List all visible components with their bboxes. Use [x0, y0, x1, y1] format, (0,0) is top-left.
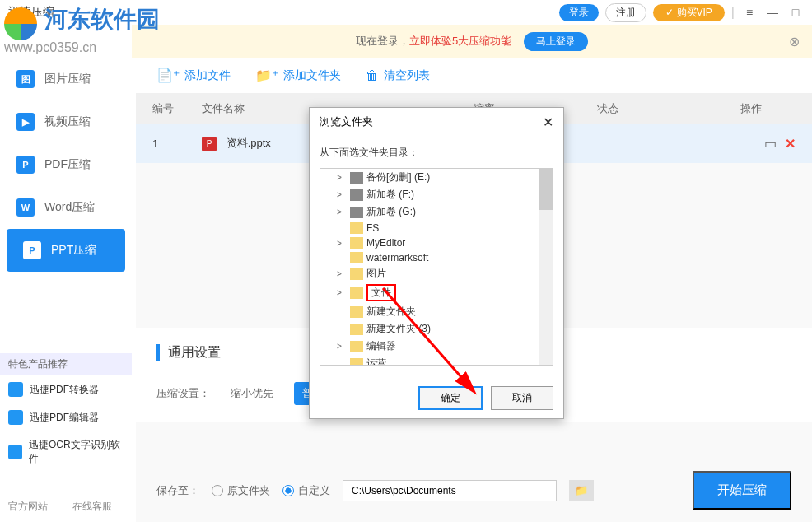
- col-status: 状态: [597, 101, 712, 116]
- online-service-link[interactable]: 在线客服: [72, 500, 112, 514]
- tree-label: 运营: [366, 357, 386, 366]
- app-icon: [8, 410, 23, 425]
- vip-button[interactable]: ✓ 购买VIP: [653, 4, 725, 21]
- official-site-link[interactable]: 官方网站: [8, 500, 48, 514]
- tree-item[interactable]: >文件: [320, 282, 553, 303]
- add-file-button[interactable]: 📄⁺ 添加文件: [156, 68, 231, 83]
- delete-row-button[interactable]: ✕: [785, 136, 796, 151]
- tree-item[interactable]: >图片: [320, 265, 553, 282]
- tree-label: 新加卷 (G:): [366, 205, 416, 219]
- ok-button[interactable]: 确定: [418, 386, 483, 410]
- sidebar-item-label: PPT压缩: [51, 243, 96, 258]
- folder-icon: [350, 324, 363, 335]
- add-folder-icon: 📁⁺: [255, 68, 278, 83]
- app-icon: [8, 382, 23, 397]
- sidebar-item-pdf[interactable]: P PDF压缩: [0, 143, 132, 186]
- chevron-icon: >: [337, 190, 347, 199]
- word-icon: W: [16, 198, 35, 217]
- folder-open-icon[interactable]: ▭: [764, 136, 777, 151]
- promo-close-button[interactable]: ⊗: [789, 34, 800, 49]
- recommend-item-ocr[interactable]: 迅捷OCR文字识别软件: [0, 431, 132, 473]
- cancel-button[interactable]: 取消: [491, 386, 553, 410]
- folder-icon: [350, 237, 363, 249]
- scrollbar[interactable]: [539, 169, 553, 365]
- path-input[interactable]: [343, 480, 557, 501]
- sidebar-item-label: Word压缩: [44, 200, 95, 215]
- image-icon: 图: [16, 70, 35, 88]
- compress-label: 压缩设置：: [156, 386, 210, 401]
- tree-item[interactable]: 运营: [320, 355, 553, 366]
- promo-bar: 现在登录，立即体验5大压缩功能 马上登录 ⊗: [132, 25, 812, 58]
- folder-icon: [350, 358, 363, 366]
- minimize-button[interactable]: —: [764, 4, 781, 21]
- tree-item[interactable]: watermarksoft: [320, 250, 553, 265]
- tree-label: 新建文件夹 (3): [366, 322, 431, 336]
- chevron-icon: >: [337, 239, 347, 248]
- menu-icon[interactable]: ≡: [741, 4, 758, 21]
- trash-icon: 🗑: [366, 68, 379, 83]
- tree-label: FS: [366, 222, 379, 234]
- sidebar: 图 图片压缩 ▶ 视频压缩 P PDF压缩 W Word压缩 P PPT压缩 特…: [0, 58, 132, 522]
- sidebar-item-label: PDF压缩: [44, 157, 91, 172]
- pdf-icon: P: [16, 156, 35, 174]
- tree-item[interactable]: 新建文件夹 (3): [320, 320, 553, 338]
- dialog-buttons: 确定 取消: [310, 378, 563, 418]
- add-folder-button[interactable]: 📁⁺ 添加文件夹: [255, 68, 341, 83]
- dialog-title: 浏览文件夹: [320, 114, 373, 130]
- ppt-file-icon: P: [202, 137, 217, 151]
- tree-label: 备份[勿删] (E:): [366, 170, 430, 184]
- radio-checked-icon: [282, 485, 294, 496]
- tree-item[interactable]: >MyEditor: [320, 235, 553, 250]
- save-label: 保存至：: [156, 483, 199, 498]
- recommend-label: 迅捷OCR文字识别软件: [29, 438, 124, 466]
- recommend-item-pdf-editor[interactable]: 迅捷PDF编辑器: [0, 403, 132, 431]
- folder-icon: [350, 252, 363, 263]
- chevron-icon: >: [337, 207, 347, 217]
- sidebar-item-image[interactable]: 图 图片压缩: [0, 58, 132, 100]
- tree-label: watermarksoft: [366, 252, 428, 263]
- recommend-item-pdf-converter[interactable]: 迅捷PDF转换器: [0, 375, 132, 403]
- sidebar-item-video[interactable]: ▶ 视频压缩: [0, 100, 132, 143]
- recommend-label: 迅捷PDF转换器: [30, 383, 99, 397]
- tree-item[interactable]: >备份[勿删] (E:): [320, 169, 553, 186]
- chevron-icon: >: [337, 173, 347, 182]
- recommend-title: 特色产品推荐: [0, 353, 132, 375]
- register-button[interactable]: 注册: [605, 3, 646, 22]
- dialog-close-button[interactable]: ✕: [543, 114, 553, 130]
- clear-list-button[interactable]: 🗑 清空列表: [366, 68, 430, 83]
- tree-item[interactable]: >编辑器: [320, 338, 553, 355]
- chevron-icon: >: [337, 288, 347, 297]
- tree-item[interactable]: >新加卷 (G:): [320, 203, 553, 221]
- promo-text: 现在登录，立即体验5大压缩功能: [356, 34, 511, 49]
- sidebar-item-label: 图片压缩: [44, 72, 91, 86]
- ppt-icon: P: [23, 241, 41, 259]
- recommend-label: 迅捷PDF编辑器: [30, 411, 99, 425]
- start-compress-button[interactable]: 开始压缩: [693, 471, 791, 510]
- radio-original[interactable]: 原文件夹: [212, 483, 270, 498]
- folder-tree[interactable]: >备份[勿删] (E:)>新加卷 (F:)>新加卷 (G:)FS>MyEdito…: [320, 168, 553, 366]
- tree-label: 文件: [366, 284, 396, 301]
- tree-item[interactable]: FS: [320, 221, 553, 235]
- drive-icon: [350, 172, 363, 184]
- maximize-button[interactable]: □: [787, 4, 804, 21]
- window-header: 迅捷压缩 登录 注册 ✓ 购买VIP | ≡ — □: [0, 0, 812, 25]
- folder-icon: [350, 268, 363, 280]
- sidebar-item-word[interactable]: W Word压缩: [0, 186, 132, 229]
- browse-folder-dialog: 浏览文件夹 ✕ 从下面选文件夹目录： >备份[勿删] (E:)>新加卷 (F:)…: [309, 107, 564, 419]
- folder-icon: [350, 341, 363, 352]
- login-button[interactable]: 登录: [559, 4, 599, 21]
- sidebar-item-ppt[interactable]: P PPT压缩: [7, 229, 125, 272]
- dialog-header: 浏览文件夹 ✕: [310, 108, 563, 137]
- save-section: 保存至： 原文件夹 自定义 📁 开始压缩: [156, 471, 791, 510]
- tree-item[interactable]: >新加卷 (F:): [320, 186, 553, 203]
- tree-label: 新加卷 (F:): [366, 188, 414, 202]
- watermark-url: www.pc0359.cn: [4, 40, 96, 54]
- toolbar: 📄⁺ 添加文件 📁⁺ 添加文件夹 🗑 清空列表: [136, 58, 812, 93]
- radio-custom[interactable]: 自定义: [282, 483, 330, 498]
- app-title: 迅捷压缩: [8, 5, 54, 20]
- tree-label: 新建文件夹: [366, 305, 416, 319]
- promo-login-button[interactable]: 马上登录: [524, 32, 588, 51]
- drive-icon: [350, 189, 363, 201]
- tree-item[interactable]: 新建文件夹: [320, 303, 553, 320]
- browse-folder-button[interactable]: 📁: [569, 480, 594, 501]
